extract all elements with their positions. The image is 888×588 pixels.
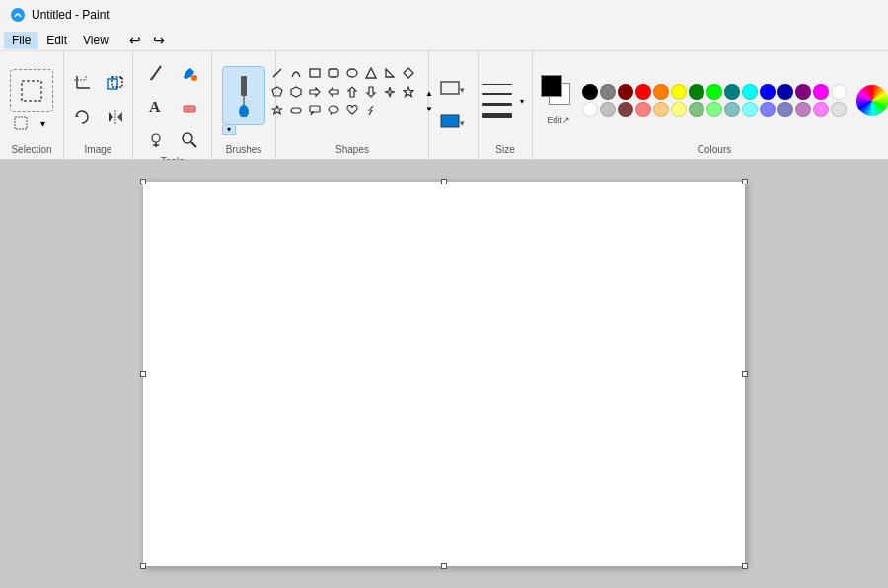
handle-top-center[interactable] <box>441 179 447 184</box>
title-bar: Untitled - Paint <box>0 0 888 30</box>
brushes-dropdown[interactable]: ▾ <box>222 125 236 135</box>
handle-top-right[interactable] <box>742 179 748 184</box>
color-black[interactable] <box>582 84 598 100</box>
shape-callout-oval[interactable] <box>325 102 342 119</box>
color-salmon[interactable] <box>635 102 651 117</box>
color-darkgreen[interactable] <box>689 84 704 100</box>
menu-view[interactable]: View <box>75 32 116 49</box>
handle-bottom-center[interactable] <box>441 563 447 569</box>
color-lightcyan[interactable] <box>742 102 758 117</box>
shape-right-arrow[interactable] <box>306 83 324 101</box>
color-red[interactable] <box>635 84 651 100</box>
shape-rounded-rect2[interactable] <box>287 102 305 119</box>
text-tool[interactable]: A <box>140 91 172 122</box>
color-pink[interactable] <box>813 102 829 117</box>
eraser-tool[interactable] <box>174 91 205 122</box>
pencil-tool[interactable] <box>140 57 172 89</box>
color-lightteal[interactable] <box>724 102 740 117</box>
color-picker-rainbow[interactable] <box>856 85 888 116</box>
svg-text:A: A <box>149 99 161 115</box>
fill-tool[interactable] <box>174 57 205 89</box>
color-white2[interactable] <box>582 102 598 117</box>
shape-line[interactable] <box>268 64 286 82</box>
redo-button[interactable]: ↪ <box>148 30 170 51</box>
brushes-content: ▾ <box>222 57 265 144</box>
color-orange[interactable] <box>653 84 669 100</box>
resize-rotate-button[interactable] <box>100 68 131 100</box>
color-navy[interactable] <box>777 84 793 100</box>
shape-down-arrow[interactable] <box>362 83 380 101</box>
shape-curve[interactable] <box>287 64 305 82</box>
magnifier-tool[interactable] <box>174 124 205 156</box>
outline-button[interactable]: ▾ <box>435 76 473 104</box>
shape-pentagon[interactable] <box>268 83 286 101</box>
color-white[interactable] <box>831 84 847 100</box>
handle-bottom-right[interactable] <box>742 563 748 569</box>
color-cornflower[interactable] <box>760 102 776 117</box>
shape-up-arrow[interactable] <box>343 83 361 101</box>
handle-middle-right[interactable] <box>742 371 748 377</box>
shape-ellipse[interactable] <box>343 64 361 82</box>
paint-app-icon <box>10 7 26 23</box>
color-picker-tool[interactable] <box>140 124 172 156</box>
crop-button[interactable] <box>66 68 98 100</box>
shape-5point-star[interactable] <box>400 83 417 101</box>
handle-bottom-left[interactable] <box>140 563 146 569</box>
color-lightgray[interactable] <box>831 102 847 117</box>
color-mint[interactable] <box>706 102 722 117</box>
color-lightgreen[interactable] <box>689 102 704 117</box>
image-group: Image <box>64 51 133 159</box>
tools-group: A <box>133 51 212 159</box>
shape-lightning[interactable] <box>362 102 380 119</box>
shape-triangle[interactable] <box>362 64 380 82</box>
undo-button[interactable]: ↩ <box>124 30 146 51</box>
edit-colors-button[interactable]: Edit↗ <box>545 113 572 127</box>
brushes-main-button[interactable] <box>222 66 265 125</box>
color-yellow[interactable] <box>671 84 687 100</box>
color-lavender[interactable] <box>795 102 811 117</box>
color-magenta[interactable] <box>813 84 829 100</box>
shape-left-arrow[interactable] <box>325 83 342 101</box>
shape-rounded-rect[interactable] <box>325 64 342 82</box>
svg-marker-31 <box>386 69 394 77</box>
shape-heart[interactable] <box>343 102 361 119</box>
shape-diamond[interactable] <box>400 64 417 82</box>
shape-4point-star[interactable] <box>381 83 399 101</box>
shapes-scroll-up[interactable]: ▲ <box>422 86 436 100</box>
handle-middle-left[interactable] <box>140 371 146 377</box>
flip-button[interactable] <box>100 102 131 133</box>
color-teal[interactable] <box>724 84 740 100</box>
tools-content: A <box>137 57 208 156</box>
shape-rect[interactable] <box>306 64 324 82</box>
color-darkred[interactable] <box>618 84 633 100</box>
handle-top-left[interactable] <box>140 179 146 184</box>
color-foreground-box[interactable] <box>541 75 562 97</box>
rotate-button[interactable] <box>66 102 98 133</box>
color-peach[interactable] <box>653 102 669 117</box>
svg-rect-23 <box>241 76 247 96</box>
color-slate[interactable] <box>777 102 793 117</box>
svg-rect-27 <box>310 69 320 77</box>
menu-edit[interactable]: Edit <box>38 32 75 49</box>
paint-canvas[interactable] <box>143 182 745 566</box>
menu-file[interactable]: File <box>4 32 38 49</box>
size-dropdown[interactable]: ▾ <box>516 81 528 120</box>
color-lightyellow[interactable] <box>671 102 687 117</box>
selection-dropdown[interactable]: ▾ <box>33 114 52 132</box>
selection-tool-button[interactable] <box>10 69 53 112</box>
shapes-scroll-down[interactable]: ▼ <box>422 102 436 115</box>
color-cyan[interactable] <box>742 84 758 100</box>
shapes-content: ▲ ▼ <box>268 57 436 144</box>
color-purple[interactable] <box>795 84 811 100</box>
color-darkgray[interactable] <box>600 84 616 100</box>
color-silver[interactable] <box>600 102 616 117</box>
color-lime[interactable] <box>706 84 722 100</box>
shape-right-triangle[interactable] <box>381 64 399 82</box>
shape-6point-star[interactable] <box>268 102 286 119</box>
selection-sub-btn1[interactable] <box>11 114 31 132</box>
shape-callout-rect[interactable] <box>306 102 324 119</box>
shape-hexagon[interactable] <box>287 83 305 101</box>
color-blue[interactable] <box>760 84 776 100</box>
color-brown[interactable] <box>618 102 633 117</box>
fill-button[interactable]: ▾ <box>435 110 473 137</box>
